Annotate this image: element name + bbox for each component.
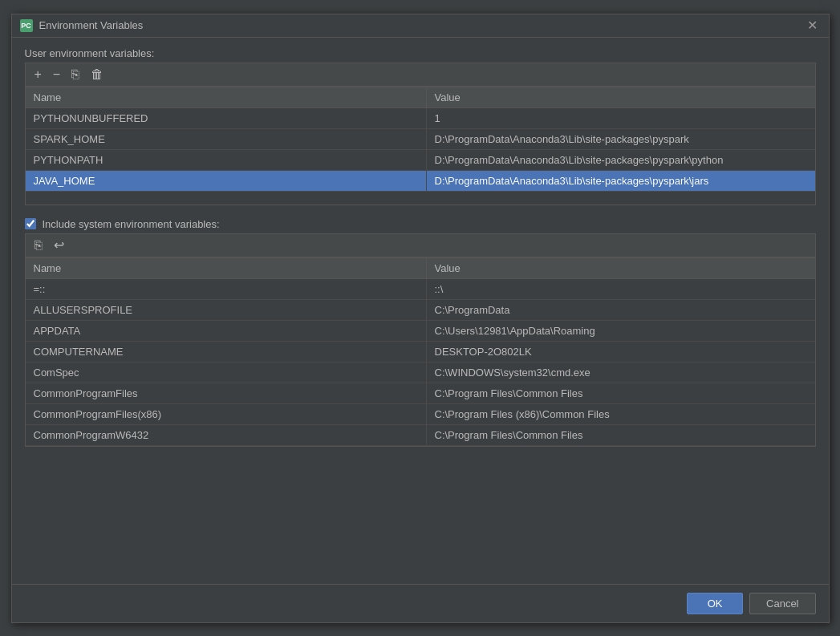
sys-row-value: C:\Program Files\Common Files [427,425,815,445]
user-row-value: D:\ProgramData\Anaconda3\Lib\site-packag… [427,129,815,149]
include-system-row: Include system environment variables: [25,218,816,230]
system-table: Name Value =:: ::\ ALLUSERSPROFILE C:\Pr… [25,257,816,447]
sys-row-value: ::\ [427,279,815,299]
user-section-label: User environment variables: [25,47,816,59]
user-row-value: 1 [427,108,815,128]
user-row-value: D:\ProgramData\Anaconda3\Lib\site-packag… [427,150,815,170]
sys-row-value: C:\WINDOWS\system32\cmd.exe [427,363,815,383]
user-table-row[interactable]: PYTHONUNBUFFERED 1 [26,108,815,129]
remove-button[interactable]: − [49,67,64,83]
sys-row-name: CommonProgramW6432 [26,425,427,445]
user-row-value: D:\ProgramData\Anaconda3\Lib\site-packag… [427,171,815,191]
sys-col-value: Value [427,258,815,278]
ok-button[interactable]: OK [687,593,743,614]
cancel-button[interactable]: Cancel [749,593,815,614]
sys-row-name: APPDATA [26,321,427,341]
user-col-name: Name [26,87,427,107]
user-row-name: JAVA_HOME [26,171,427,191]
user-row-name: PYTHONUNBUFFERED [26,108,427,128]
user-row-name: PYTHONPATH [26,150,427,170]
system-table-body: =:: ::\ ALLUSERSPROFILE C:\ProgramData A… [26,279,815,446]
sys-table-row[interactable]: ALLUSERSPROFILE C:\ProgramData [26,300,815,321]
user-table-row[interactable]: PYTHONPATH D:\ProgramData\Anaconda3\Lib\… [26,150,815,171]
sys-row-name: ALLUSERSPROFILE [26,300,427,320]
sys-table-row[interactable]: COMPUTERNAME DESKTOP-2O802LK [26,342,815,363]
sys-row-value: C:\Users\12981\AppData\Roaming [427,321,815,341]
title-bar: PC Environment Variables ✕ [12,14,829,38]
delete-button[interactable]: 🗑 [87,67,108,83]
user-table-header: Name Value [26,87,815,108]
sys-table-row[interactable]: ComSpec C:\WINDOWS\system32\cmd.exe [26,363,815,383]
sys-table-row[interactable]: CommonProgramFiles(x86) C:\Program Files… [26,404,815,425]
user-table: Name Value PYTHONUNBUFFERED 1 SPARK_HOME… [25,87,816,205]
sys-row-value: DESKTOP-2O802LK [427,342,815,362]
user-table-row[interactable]: JAVA_HOME D:\ProgramData\Anaconda3\Lib\s… [26,171,815,192]
environment-variables-dialog: PC Environment Variables ✕ User environm… [11,14,830,623]
app-icon: PC [20,19,33,32]
user-table-row[interactable]: SPARK_HOME D:\ProgramData\Anaconda3\Lib\… [26,129,815,150]
sys-row-name: CommonProgramFiles(x86) [26,404,427,424]
sys-undo-button[interactable]: ↩ [50,237,68,253]
sys-table-row[interactable]: CommonProgramFiles C:\Program Files\Comm… [26,383,815,404]
sys-row-name: CommonProgramFiles [26,383,427,403]
sys-table-row[interactable]: =:: ::\ [26,279,815,300]
sys-table-row[interactable]: CommonProgramW6432 C:\Program Files\Comm… [26,425,815,446]
sys-row-name: =:: [26,279,427,299]
user-table-body: PYTHONUNBUFFERED 1 SPARK_HOME D:\Program… [26,108,815,205]
user-toolbar: + − ⎘ 🗑 [25,63,816,87]
title-bar-left: PC Environment Variables [20,19,144,32]
system-table-header: Name Value [26,258,815,279]
dialog-title: Environment Variables [39,19,144,31]
copy-button[interactable]: ⎘ [67,67,83,83]
include-system-label[interactable]: Include system environment variables: [43,218,220,230]
sys-row-name: COMPUTERNAME [26,342,427,362]
sys-row-value: C:\Program Files\Common Files [427,383,815,403]
dialog-footer: OK Cancel [12,584,829,622]
sys-row-value: C:\Program Files (x86)\Common Files [427,404,815,424]
sys-row-value: C:\ProgramData [427,300,815,320]
user-row-name: SPARK_HOME [26,129,427,149]
dialog-content: User environment variables: + − ⎘ 🗑 Name… [12,38,829,584]
system-env-section: Include system environment variables: ⎘ … [25,212,816,447]
sys-row-name: ComSpec [26,363,427,383]
add-button[interactable]: + [30,67,46,83]
sys-table-row[interactable]: APPDATA C:\Users\12981\AppData\Roaming [26,321,815,342]
close-button[interactable]: ✕ [804,19,821,32]
include-system-checkbox[interactable] [25,218,36,229]
system-toolbar: ⎘ ↩ [25,233,816,257]
sys-copy-button[interactable]: ⎘ [30,237,47,253]
user-col-value: Value [427,87,815,107]
user-env-section: User environment variables: + − ⎘ 🗑 Name… [25,47,816,205]
sys-col-name: Name [26,258,427,278]
